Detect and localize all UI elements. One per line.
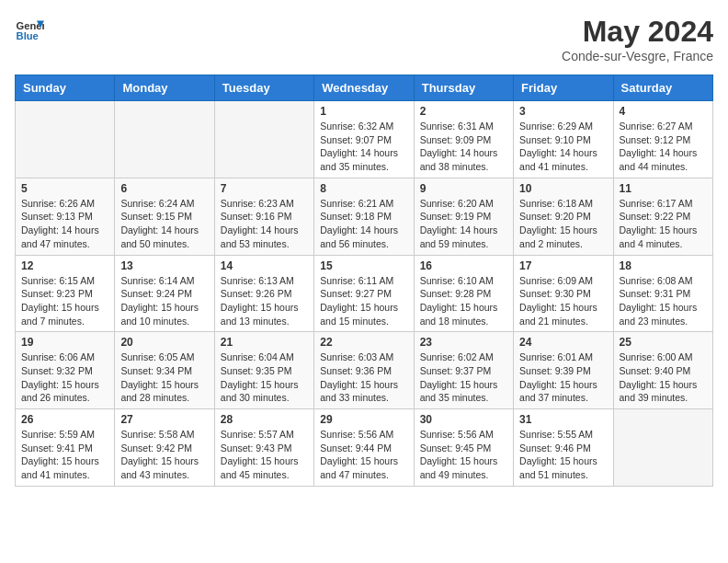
calendar-cell: 21Sunrise: 6:04 AM Sunset: 9:35 PM Dayli… xyxy=(214,332,313,409)
day-number: 2 xyxy=(420,105,507,118)
calendar-cell: 10Sunrise: 6:18 AM Sunset: 9:20 PM Dayli… xyxy=(514,178,613,255)
day-number: 20 xyxy=(120,336,208,349)
calendar-cell: 18Sunrise: 6:08 AM Sunset: 9:31 PM Dayli… xyxy=(613,255,712,332)
calendar-cell: 19Sunrise: 6:06 AM Sunset: 9:32 PM Dayli… xyxy=(16,332,115,409)
day-number: 31 xyxy=(519,413,607,426)
calendar-cell: 11Sunrise: 6:17 AM Sunset: 9:22 PM Dayli… xyxy=(613,178,712,255)
calendar-cell: 17Sunrise: 6:09 AM Sunset: 9:30 PM Dayli… xyxy=(514,255,613,332)
day-info: Sunrise: 6:11 AM Sunset: 9:27 PM Dayligh… xyxy=(320,274,407,328)
calendar-cell: 4Sunrise: 6:27 AM Sunset: 9:12 PM Daylig… xyxy=(613,101,712,178)
calendar-cell: 26Sunrise: 5:59 AM Sunset: 9:41 PM Dayli… xyxy=(16,409,115,487)
calendar-cell: 3Sunrise: 6:29 AM Sunset: 9:10 PM Daylig… xyxy=(514,101,613,178)
day-number: 5 xyxy=(21,182,108,195)
logo-icon: General Blue xyxy=(15,15,44,44)
col-header-friday: Friday xyxy=(514,75,613,101)
calendar-cell: 22Sunrise: 6:03 AM Sunset: 9:36 PM Dayli… xyxy=(314,332,414,409)
calendar-cell: 27Sunrise: 5:58 AM Sunset: 9:42 PM Dayli… xyxy=(115,409,214,487)
day-info: Sunrise: 6:00 AM Sunset: 9:40 PM Dayligh… xyxy=(620,350,707,405)
day-info: Sunrise: 5:56 AM Sunset: 9:44 PM Dayligh… xyxy=(320,428,407,482)
calendar-cell: 16Sunrise: 6:10 AM Sunset: 9:28 PM Dayli… xyxy=(414,255,513,332)
day-info: Sunrise: 6:05 AM Sunset: 9:34 PM Dayligh… xyxy=(120,350,208,405)
col-header-saturday: Saturday xyxy=(613,75,712,101)
week-row-2: 5Sunrise: 6:26 AM Sunset: 9:13 PM Daylig… xyxy=(16,178,713,255)
week-row-1: 1Sunrise: 6:32 AM Sunset: 9:07 PM Daylig… xyxy=(16,101,713,178)
col-header-monday: Monday xyxy=(115,75,214,101)
svg-text:Blue: Blue xyxy=(17,30,39,41)
day-number: 28 xyxy=(221,413,308,426)
day-number: 12 xyxy=(21,259,108,272)
calendar-cell: 29Sunrise: 5:56 AM Sunset: 9:44 PM Dayli… xyxy=(314,409,414,487)
day-number: 8 xyxy=(320,182,407,195)
day-info: Sunrise: 6:32 AM Sunset: 9:07 PM Dayligh… xyxy=(320,120,407,174)
calendar-cell: 5Sunrise: 6:26 AM Sunset: 9:13 PM Daylig… xyxy=(16,178,115,255)
day-info: Sunrise: 6:24 AM Sunset: 9:15 PM Dayligh… xyxy=(120,197,208,251)
week-row-4: 19Sunrise: 6:06 AM Sunset: 9:32 PM Dayli… xyxy=(16,332,713,409)
day-info: Sunrise: 6:20 AM Sunset: 9:19 PM Dayligh… xyxy=(420,197,507,251)
day-number: 16 xyxy=(420,259,507,272)
title-block: May 2024 Conde-sur-Vesgre, France xyxy=(562,15,713,63)
day-info: Sunrise: 6:29 AM Sunset: 9:10 PM Dayligh… xyxy=(519,120,607,174)
calendar-header-row: SundayMondayTuesdayWednesdayThursdayFrid… xyxy=(16,75,713,101)
day-info: Sunrise: 6:01 AM Sunset: 9:39 PM Dayligh… xyxy=(519,350,607,405)
day-number: 1 xyxy=(320,105,407,118)
day-number: 21 xyxy=(221,336,308,349)
day-info: Sunrise: 6:21 AM Sunset: 9:18 PM Dayligh… xyxy=(320,197,407,251)
day-info: Sunrise: 6:31 AM Sunset: 9:09 PM Dayligh… xyxy=(420,120,507,174)
day-number: 7 xyxy=(221,182,308,195)
day-info: Sunrise: 6:03 AM Sunset: 9:36 PM Dayligh… xyxy=(320,350,407,405)
week-row-3: 12Sunrise: 6:15 AM Sunset: 9:23 PM Dayli… xyxy=(16,255,713,332)
day-number: 19 xyxy=(21,336,108,349)
day-number: 29 xyxy=(320,413,407,426)
day-info: Sunrise: 5:58 AM Sunset: 9:42 PM Dayligh… xyxy=(120,428,208,482)
day-info: Sunrise: 6:17 AM Sunset: 9:22 PM Dayligh… xyxy=(620,197,707,251)
day-number: 18 xyxy=(620,259,707,272)
day-info: Sunrise: 5:55 AM Sunset: 9:46 PM Dayligh… xyxy=(519,428,607,482)
calendar-cell xyxy=(214,101,313,178)
calendar-cell: 15Sunrise: 6:11 AM Sunset: 9:27 PM Dayli… xyxy=(314,255,414,332)
day-number: 24 xyxy=(519,336,607,349)
month-title: May 2024 xyxy=(562,15,713,49)
day-info: Sunrise: 6:18 AM Sunset: 9:20 PM Dayligh… xyxy=(519,197,607,251)
calendar-cell: 9Sunrise: 6:20 AM Sunset: 9:19 PM Daylig… xyxy=(414,178,513,255)
day-info: Sunrise: 6:27 AM Sunset: 9:12 PM Dayligh… xyxy=(620,120,707,174)
day-info: Sunrise: 6:06 AM Sunset: 9:32 PM Dayligh… xyxy=(21,350,108,405)
day-number: 23 xyxy=(420,336,507,349)
calendar-cell xyxy=(16,101,115,178)
day-number: 22 xyxy=(320,336,407,349)
calendar-cell: 31Sunrise: 5:55 AM Sunset: 9:46 PM Dayli… xyxy=(514,409,613,487)
calendar-cell xyxy=(613,409,712,487)
calendar-cell: 20Sunrise: 6:05 AM Sunset: 9:34 PM Dayli… xyxy=(115,332,214,409)
calendar-cell: 30Sunrise: 5:56 AM Sunset: 9:45 PM Dayli… xyxy=(414,409,513,487)
day-number: 30 xyxy=(420,413,507,426)
calendar-cell: 1Sunrise: 6:32 AM Sunset: 9:07 PM Daylig… xyxy=(314,101,414,178)
col-header-wednesday: Wednesday xyxy=(314,75,414,101)
calendar-cell: 13Sunrise: 6:14 AM Sunset: 9:24 PM Dayli… xyxy=(115,255,214,332)
location: Conde-sur-Vesgre, France xyxy=(562,49,713,63)
calendar-cell: 24Sunrise: 6:01 AM Sunset: 9:39 PM Dayli… xyxy=(514,332,613,409)
day-info: Sunrise: 6:14 AM Sunset: 9:24 PM Dayligh… xyxy=(120,274,208,328)
day-info: Sunrise: 6:02 AM Sunset: 9:37 PM Dayligh… xyxy=(420,350,507,405)
day-info: Sunrise: 5:57 AM Sunset: 9:43 PM Dayligh… xyxy=(221,428,308,482)
logo: General Blue xyxy=(15,15,44,44)
day-info: Sunrise: 6:23 AM Sunset: 9:16 PM Dayligh… xyxy=(221,197,308,251)
day-info: Sunrise: 6:10 AM Sunset: 9:28 PM Dayligh… xyxy=(420,274,507,328)
day-info: Sunrise: 6:13 AM Sunset: 9:26 PM Dayligh… xyxy=(221,274,308,328)
day-number: 10 xyxy=(519,182,607,195)
day-info: Sunrise: 6:04 AM Sunset: 9:35 PM Dayligh… xyxy=(221,350,308,405)
calendar-cell xyxy=(115,101,214,178)
day-info: Sunrise: 6:09 AM Sunset: 9:30 PM Dayligh… xyxy=(519,274,607,328)
day-number: 15 xyxy=(320,259,407,272)
day-number: 3 xyxy=(519,105,607,118)
calendar-cell: 7Sunrise: 6:23 AM Sunset: 9:16 PM Daylig… xyxy=(214,178,313,255)
calendar-cell: 25Sunrise: 6:00 AM Sunset: 9:40 PM Dayli… xyxy=(613,332,712,409)
page-header: General Blue May 2024 Conde-sur-Vesgre, … xyxy=(15,15,713,63)
col-header-tuesday: Tuesday xyxy=(214,75,313,101)
day-number: 6 xyxy=(120,182,208,195)
calendar-cell: 6Sunrise: 6:24 AM Sunset: 9:15 PM Daylig… xyxy=(115,178,214,255)
week-row-5: 26Sunrise: 5:59 AM Sunset: 9:41 PM Dayli… xyxy=(16,409,713,487)
day-number: 17 xyxy=(519,259,607,272)
calendar-cell: 12Sunrise: 6:15 AM Sunset: 9:23 PM Dayli… xyxy=(16,255,115,332)
day-info: Sunrise: 6:08 AM Sunset: 9:31 PM Dayligh… xyxy=(620,274,707,328)
calendar-cell: 23Sunrise: 6:02 AM Sunset: 9:37 PM Dayli… xyxy=(414,332,513,409)
col-header-sunday: Sunday xyxy=(16,75,115,101)
